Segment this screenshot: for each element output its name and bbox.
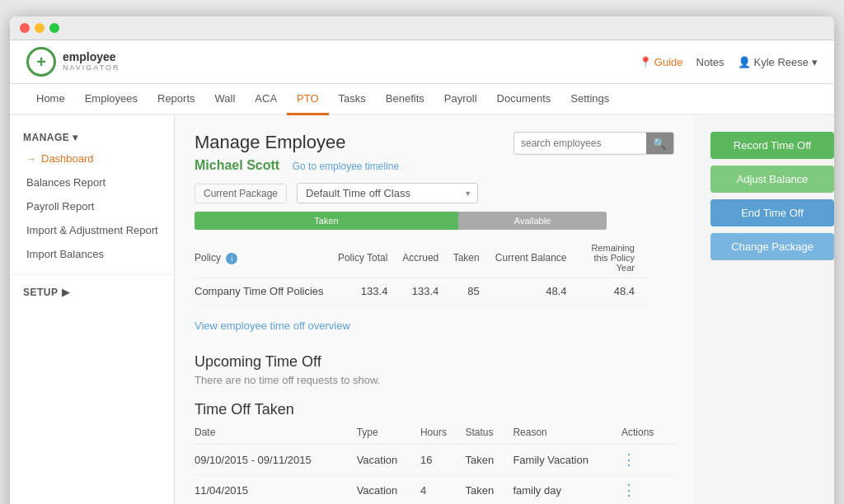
reason-col-header: Reason: [513, 422, 621, 444]
balance-value: 48.4: [493, 278, 580, 305]
row2-actions-icon[interactable]: ⋮: [621, 482, 636, 498]
row2-hours: 4: [420, 475, 465, 505]
chevron-down-icon: ▾: [812, 56, 818, 68]
guide-label[interactable]: Guide: [654, 56, 683, 68]
nav-pto[interactable]: PTO: [287, 84, 329, 115]
search-box: 🔍: [513, 132, 674, 155]
taken-col-header: Taken: [452, 238, 492, 278]
right-panel: Record Time Off Adjust Balance End Time …: [694, 115, 834, 504]
user-icon: 👤: [738, 56, 751, 68]
employee-info: Michael Scott Go to employee timeline: [195, 158, 399, 173]
map-pin-icon: 📍: [639, 56, 652, 68]
nav-home[interactable]: Home: [26, 84, 75, 115]
main-layout: MANAGE ▾ → Dashboard Balances Report Pay…: [10, 115, 834, 504]
progress-available: Available: [458, 212, 607, 230]
nav-aca[interactable]: ACA: [245, 84, 287, 115]
page-title: Manage Employee: [195, 132, 399, 153]
row2-type: Vacation: [357, 475, 420, 505]
taken-label: Taken: [314, 216, 338, 226]
row1-status: Taken: [465, 444, 513, 475]
nav-tasks[interactable]: Tasks: [329, 84, 376, 115]
row2-actions[interactable]: ⋮: [621, 475, 674, 505]
nav-reports[interactable]: Reports: [148, 84, 205, 115]
import-adjustment-label: Import & Adjustment Report: [26, 224, 158, 236]
row2-date: 11/04/2015: [195, 475, 357, 505]
package-select-wrapper: Default Time off Class: [297, 183, 478, 203]
type-col-header: Type: [357, 422, 420, 444]
content-header: Manage Employee Michael Scott Go to empl…: [195, 132, 674, 173]
package-label: Current Package: [195, 184, 287, 203]
search-button[interactable]: 🔍: [646, 133, 673, 154]
close-button[interactable]: [20, 23, 30, 33]
sidebar-setup-header[interactable]: SETUP ▶: [10, 283, 174, 301]
sidebar-manage-header[interactable]: MANAGE ▾: [10, 128, 174, 147]
guide-link[interactable]: 📍 Guide: [639, 56, 683, 68]
balance-col-header: Current Balance: [493, 238, 580, 278]
package-row: Current Package Default Time off Class: [195, 183, 674, 203]
nav-wall[interactable]: Wall: [205, 84, 246, 115]
nav-settings[interactable]: Settings: [560, 84, 619, 115]
progress-bar: Taken Available: [195, 212, 607, 230]
timeline-link[interactable]: Go to employee timeline: [293, 161, 399, 172]
nav-payroll[interactable]: Payroll: [434, 84, 487, 115]
import-balances-label: Import Balances: [26, 248, 104, 260]
policy-info-icon[interactable]: i: [226, 253, 237, 264]
user-menu[interactable]: 👤 Kyle Reese ▾: [738, 56, 818, 68]
end-time-off-button[interactable]: End Time Off: [710, 199, 834, 226]
setup-label: SETUP: [23, 287, 59, 298]
content-area: Manage Employee Michael Scott Go to empl…: [175, 115, 694, 504]
logo-name: employee: [63, 51, 120, 63]
row1-hours: 16: [420, 444, 465, 475]
user-name: Kyle Reese: [754, 56, 809, 68]
remaining-value: 48.4: [580, 278, 648, 305]
notes-link[interactable]: Notes: [696, 56, 724, 68]
status-col-header: Status: [465, 422, 513, 444]
record-time-off-button[interactable]: Record Time Off: [710, 132, 834, 159]
change-package-button[interactable]: Change Package: [710, 233, 834, 260]
minimize-button[interactable]: [35, 23, 45, 33]
policy-col-header: Policy i: [195, 238, 336, 278]
taken-value: 85: [452, 278, 492, 305]
search-input[interactable]: [514, 134, 646, 152]
overview-link[interactable]: View employee time off overview: [195, 320, 350, 332]
taken-table: Date Type Hours Status Reason Actions 09…: [195, 422, 674, 504]
policy-total-value: 133.4: [336, 278, 401, 305]
actions-col-header: Actions: [621, 422, 674, 444]
row1-actions-icon[interactable]: ⋮: [621, 451, 636, 468]
adjust-balance-button[interactable]: Adjust Balance: [710, 166, 834, 193]
sidebar-item-import-balances[interactable]: Import Balances: [10, 242, 174, 266]
balances-report-label: Balances Report: [26, 176, 106, 189]
nav-documents[interactable]: Documents: [487, 84, 561, 115]
manage-label: MANAGE: [23, 132, 69, 143]
date-col-header: Date: [195, 422, 357, 444]
app-header: employee NAVIGATOR 📍 Guide Notes 👤 Kyle …: [10, 40, 834, 84]
search-icon: 🔍: [653, 138, 667, 150]
table-row: 11/04/2015 Vacation 4 Taken family day ⋮: [195, 475, 674, 505]
sidebar-dashboard-label: Dashboard: [41, 152, 94, 165]
package-select[interactable]: Default Time off Class: [297, 183, 478, 203]
payroll-report-label: Payroll Report: [26, 200, 94, 212]
policy-name: Company Time Off Policies: [195, 278, 336, 305]
nav-employees[interactable]: Employees: [75, 84, 148, 115]
policy-total-col-header: Policy Total: [336, 238, 401, 278]
sidebar-item-balances-report[interactable]: Balances Report: [10, 170, 174, 194]
sidebar-item-import-adjustment[interactable]: Import & Adjustment Report: [10, 218, 174, 242]
table-row: Company Time Off Policies 133.4 133.4 85…: [195, 278, 648, 305]
hours-col-header: Hours: [420, 422, 465, 444]
sidebar-item-payroll-report[interactable]: Payroll Report: [10, 194, 174, 218]
table-row: 09/10/2015 - 09/11/2015 Vacation 16 Take…: [195, 444, 674, 475]
content-left: Manage Employee Michael Scott Go to empl…: [195, 132, 399, 173]
row1-date: 09/10/2015 - 09/11/2015: [195, 444, 357, 475]
row1-reason: Family Vacation: [513, 444, 621, 475]
maximize-button[interactable]: [49, 23, 59, 33]
policy-table: Policy i Policy Total Accrued Taken Curr…: [195, 238, 648, 305]
employee-name: Michael Scott: [195, 158, 279, 172]
nav-benefits[interactable]: Benefits: [376, 84, 434, 115]
sidebar-item-dashboard[interactable]: → Dashboard: [10, 147, 174, 170]
manage-arrow-icon: ▾: [73, 132, 78, 143]
available-label: Available: [514, 216, 551, 226]
header-right: 📍 Guide Notes 👤 Kyle Reese ▾: [639, 56, 818, 68]
logo: employee NAVIGATOR: [26, 47, 120, 77]
row1-type: Vacation: [357, 444, 420, 475]
row1-actions[interactable]: ⋮: [621, 444, 674, 475]
